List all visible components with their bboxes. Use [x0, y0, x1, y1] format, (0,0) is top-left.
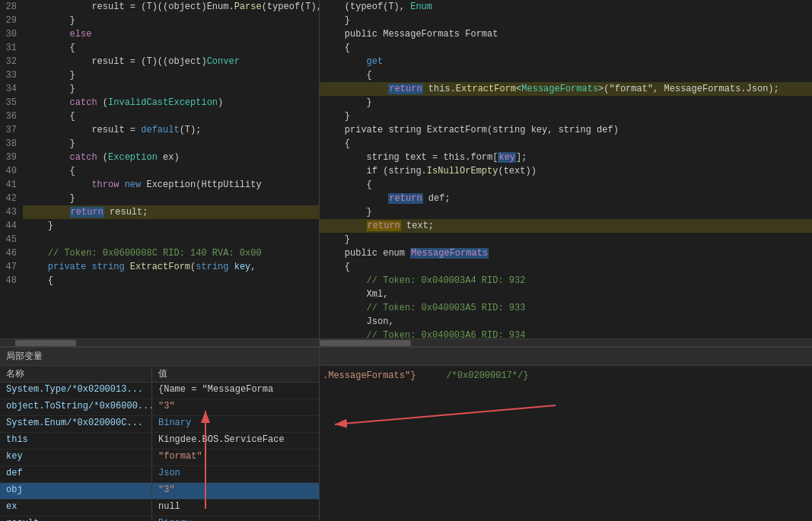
- token: string text = this.form[: [323, 152, 498, 163]
- line-content: // Token: 0x040003A5 RID: 933: [320, 301, 812, 315]
- table-row[interactable]: resultBinary: [0, 516, 319, 521]
- token: [26, 29, 70, 40]
- line-content: [23, 233, 319, 246]
- left-code-area[interactable]: 28 result = (T)((object)Enum.Parse(typeo…: [0, 0, 319, 338]
- token: return: [388, 193, 422, 204]
- table-row[interactable]: System.Enum/*0x020000C...Binary: [0, 416, 319, 433]
- token: }: [323, 15, 350, 26]
- line-content: {: [23, 41, 319, 55]
- token: key: [498, 152, 516, 163]
- right-bottom-code: .MessageFormats"} /*0x02000017*/}: [320, 366, 812, 521]
- token: // Token: 0x040003A5 RID: 933: [323, 303, 525, 313]
- code-line: {: [320, 260, 812, 274]
- row-value: "3": [152, 399, 319, 415]
- left-scrollbar[interactable]: [0, 338, 319, 346]
- line-content: catch (Exception ex): [23, 151, 319, 164]
- line-content: }: [320, 233, 812, 246]
- code-line: 33 }: [0, 68, 319, 82]
- line-number: 37: [0, 123, 23, 137]
- line-content: // Token: 0x0600008C RID: 140 RVA: 0x00: [23, 246, 319, 260]
- table-row[interactable]: obj"3": [0, 483, 319, 500]
- row-value: {Name = "MessageForma: [152, 383, 319, 399]
- token: (: [97, 97, 108, 108]
- line-content: }: [23, 68, 319, 82]
- line-content: }: [320, 14, 812, 27]
- line-content: {: [320, 137, 812, 151]
- token: IsNullOrEmpty: [427, 166, 498, 176]
- line-number: 29: [0, 14, 23, 27]
- code-line: 44 }: [0, 219, 319, 233]
- token: >("format", MessageFormats.Json);: [598, 84, 779, 94]
- code-line: get: [320, 55, 812, 68]
- line-content: {: [23, 110, 319, 123]
- token: [26, 97, 70, 108]
- code-line: private string ExtractForm(string key, s…: [320, 123, 812, 137]
- col-name-header: 名称: [0, 366, 152, 382]
- table-row[interactable]: key"format": [0, 450, 319, 466]
- code-line: 42 }: [0, 192, 319, 205]
- token: result;: [104, 207, 148, 218]
- code-line: }: [320, 14, 812, 27]
- right-bottom-header: [320, 348, 812, 366]
- code-line: Xml,: [320, 288, 812, 301]
- code-line: 45: [0, 233, 319, 246]
- token: ExtractForm: [456, 84, 516, 94]
- extra-text-2: /*0x02000017*/}: [446, 369, 528, 383]
- code-line: Json,: [320, 315, 812, 329]
- line-number: 30: [0, 27, 23, 41]
- token: (typeof(T),: [323, 2, 410, 12]
- token: {: [26, 275, 53, 286]
- token: MessageFormats: [410, 248, 489, 259]
- token: if (string.: [323, 166, 427, 176]
- row-value: Binary: [152, 516, 319, 521]
- editor-container: 28 result = (T)((object)Enum.Parse(typeo…: [0, 0, 812, 346]
- row-name: result: [0, 516, 152, 521]
- table-row[interactable]: defJson: [0, 466, 319, 483]
- code-line: // Token: 0x040003A6 RID: 934: [320, 329, 812, 338]
- token: }: [323, 97, 372, 108]
- token: ,: [250, 262, 256, 272]
- line-content: }: [320, 205, 812, 219]
- table-row[interactable]: object.ToString/*0x06000..."3": [0, 399, 319, 416]
- line-content: private string ExtractForm(string key, s…: [320, 123, 812, 137]
- code-line: 32 result = (T)((object)Conver: [0, 55, 319, 68]
- code-line: 30 else: [0, 27, 319, 41]
- left-pane: 28 result = (T)((object)Enum.Parse(typeo…: [0, 0, 320, 346]
- line-content: throw new Exception(HttpUtility: [23, 178, 319, 192]
- token: [26, 152, 70, 163]
- table-row[interactable]: exnull: [0, 500, 319, 516]
- code-line: }: [320, 96, 812, 110]
- table-row[interactable]: thisKingdee.BOS.ServiceFace: [0, 433, 319, 450]
- line-content: private string ExtractForm(string key,: [23, 260, 319, 274]
- row-value: "format": [152, 450, 319, 465]
- token: {: [26, 43, 75, 53]
- token: private string ExtractForm(string key, s…: [323, 125, 619, 135]
- code-line: public MessageFormats Format: [320, 27, 812, 41]
- locals-header: 局部变量: [0, 348, 319, 366]
- code-line: }: [320, 205, 812, 219]
- row-name: object.ToString/*0x06000...: [0, 399, 152, 415]
- token: }: [26, 193, 75, 204]
- code-line: {: [320, 137, 812, 151]
- right-scrollbar[interactable]: [320, 338, 812, 346]
- token: new: [125, 179, 142, 190]
- line-content: }: [23, 14, 319, 27]
- code-line: // Token: 0x040003A4 RID: 932: [320, 274, 812, 288]
- line-content: return this.ExtractForm<MessageFormats>(…: [320, 82, 812, 96]
- table-row[interactable]: System.Type/*0x0200013...{Name = "Messag…: [0, 383, 319, 399]
- code-line: (typeof(T), Enum: [320, 0, 812, 14]
- line-number: 38: [0, 137, 23, 151]
- line-content: get: [320, 55, 812, 68]
- token: [119, 179, 124, 190]
- right-code-area[interactable]: (typeof(T), Enum } public MessageFormats…: [320, 0, 812, 338]
- line-content: {: [320, 41, 812, 55]
- right-bottom-panel: .MessageFormats"} /*0x02000017*/}: [320, 348, 812, 521]
- token: Xml,: [323, 289, 388, 300]
- token: Enum: [410, 2, 432, 12]
- token: return: [367, 221, 401, 231]
- token: default: [141, 125, 179, 135]
- token: Conver: [207, 56, 240, 67]
- line-content: Json,: [320, 315, 812, 329]
- token: result = (T)((object)Enum.: [26, 2, 234, 12]
- line-content: result = (T)((object)Enum.Parse(typeof(T…: [23, 0, 319, 14]
